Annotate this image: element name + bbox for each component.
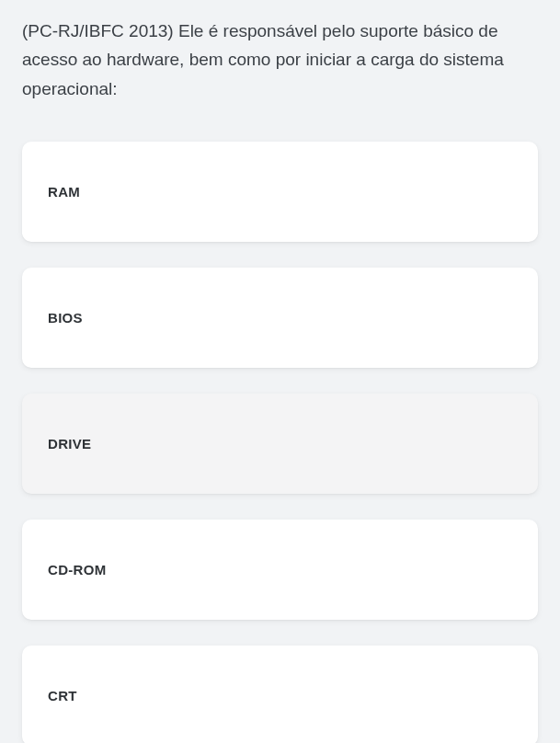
option-label: RAM — [48, 184, 512, 200]
option-cd-rom[interactable]: CD-ROM — [22, 520, 538, 620]
option-label: CRT — [48, 688, 512, 703]
option-ram[interactable]: RAM — [22, 142, 538, 242]
option-drive[interactable]: DRIVE — [22, 394, 538, 494]
quiz-container: (PC-RJ/IBFC 2013) Ele é responsável pelo… — [0, 0, 560, 743]
option-label: DRIVE — [48, 436, 512, 452]
option-bios[interactable]: BIOS — [22, 268, 538, 368]
option-label: CD-ROM — [48, 562, 512, 577]
option-label: BIOS — [48, 310, 512, 326]
options-list: RAM BIOS DRIVE CD-ROM CRT — [22, 129, 538, 743]
question-text: (PC-RJ/IBFC 2013) Ele é responsável pelo… — [22, 0, 538, 129]
option-crt[interactable]: CRT — [22, 646, 538, 743]
